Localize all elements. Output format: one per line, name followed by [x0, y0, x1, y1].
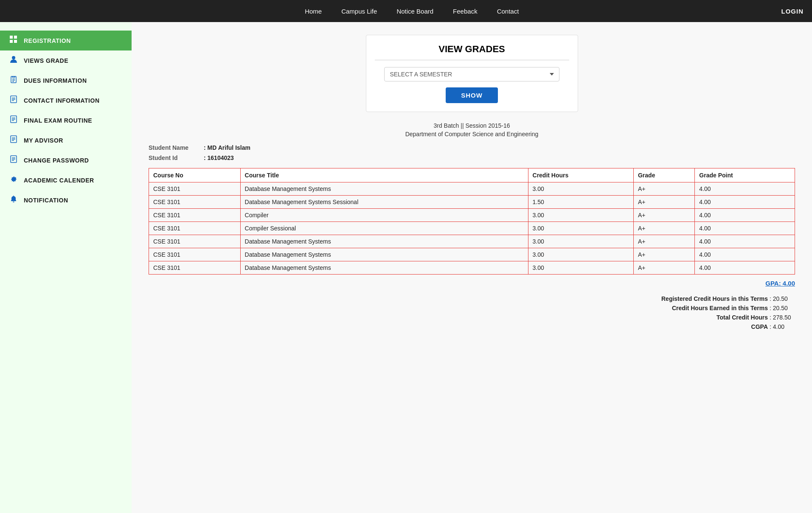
sidebar-label-final-exam-routine: FINAL EXAM ROUTINE	[24, 117, 92, 124]
sidebar-item-contact-information[interactable]: CONTACT INFORMATION	[0, 90, 132, 110]
student-name-row: Student Name : MD Ariful Islam	[149, 144, 795, 151]
person-icon	[8, 56, 19, 65]
cell-grade-point: 4.00	[695, 235, 795, 248]
batch-session: 3rd Batch || Session 2015-16	[149, 122, 795, 129]
cell-credit-hours: 3.00	[528, 248, 633, 261]
cell-grade: A+	[633, 182, 694, 196]
grid-icon	[8, 36, 19, 45]
registered-credits-row: Registered Credit Hours in this Terms : …	[149, 295, 795, 302]
cell-course-no: CSE 3101	[149, 196, 241, 209]
total-credits-row: Total Credit Hours : 278.50	[149, 314, 795, 321]
cgpa-label: CGPA	[751, 323, 768, 330]
sidebar-label-academic-calender: ACADEMIC CALENDER	[24, 177, 94, 184]
nav-feedback[interactable]: Feeback	[445, 2, 485, 21]
total-credits-label: Total Credit Hours	[716, 314, 768, 321]
doc-icon-advisor	[8, 135, 19, 145]
cell-course-no: CSE 3101	[149, 261, 241, 275]
table-row: CSE 3101 Database Management Systems 3.0…	[149, 182, 795, 196]
sidebar-item-views-grade[interactable]: VIEWS GRADE	[0, 50, 132, 70]
cell-grade-point: 4.00	[695, 182, 795, 196]
th-course-title: Course Title	[240, 168, 528, 182]
cgpa-row: CGPA : 4.00	[149, 323, 795, 330]
sidebar-item-final-exam-routine[interactable]: FINAL EXAM ROUTINE	[0, 110, 132, 130]
cell-course-title: Database Management Systems Sessional	[240, 196, 528, 209]
cell-grade: A+	[633, 235, 694, 248]
semester-select[interactable]: SELECT A SEMESTER	[384, 67, 559, 81]
student-id-value: : 16104023	[204, 154, 234, 161]
registered-credits-label: Registered Credit Hours in this Terms	[661, 295, 768, 302]
main-content: VIEW GRADES SELECT A SEMESTER SHOW 3rd B…	[132, 22, 812, 513]
cell-credit-hours: 1.50	[528, 196, 633, 209]
cell-credit-hours: 3.00	[528, 209, 633, 222]
table-row: CSE 3101 Compiler Sessional 3.00 A+ 4.00	[149, 222, 795, 235]
table-row: CSE 3101 Database Management Systems 3.0…	[149, 248, 795, 261]
gear-icon	[8, 175, 19, 185]
sidebar: REGISTRATION VIEWS GRADE DUES INFORMATIO…	[0, 22, 132, 513]
nav-home[interactable]: Home	[297, 2, 329, 21]
cell-grade-point: 4.00	[695, 196, 795, 209]
cell-credit-hours: 3.00	[528, 261, 633, 275]
earned-credits-label: Credit Hours Earned in this Terms	[672, 305, 768, 311]
sidebar-item-notification[interactable]: NOTIFICATION	[0, 190, 132, 210]
nav-contact[interactable]: Contact	[489, 2, 527, 21]
th-credit-hours: Credit Hours	[528, 168, 633, 182]
cell-course-no: CSE 3101	[149, 235, 241, 248]
cell-grade: A+	[633, 196, 694, 209]
nav-campus-life[interactable]: Campus Life	[334, 2, 385, 21]
svg-rect-0	[10, 36, 13, 39]
doc-icon-password	[8, 155, 19, 165]
doc-icon-exam	[8, 115, 19, 125]
student-name-label: Student Name	[149, 144, 204, 151]
earned-credits-value: : 20.50	[770, 305, 795, 311]
student-name-value: : MD Ariful Islam	[204, 144, 250, 151]
earned-credits-row: Credit Hours Earned in this Terms : 20.5…	[149, 305, 795, 311]
grades-table-wrap: Course No Course Title Credit Hours Grad…	[149, 168, 795, 275]
card-title: VIEW GRADES	[375, 44, 569, 60]
cell-grade-point: 4.00	[695, 209, 795, 222]
sidebar-label-change-password: CHANGE PASSWORD	[24, 157, 89, 164]
sidebar-item-registration[interactable]: REGISTRATION	[0, 31, 132, 50]
table-row: CSE 3101 Database Management Systems 3.0…	[149, 235, 795, 248]
cell-credit-hours: 3.00	[528, 235, 633, 248]
table-row: CSE 3101 Database Management Systems 3.0…	[149, 261, 795, 275]
sidebar-item-change-password[interactable]: CHANGE PASSWORD	[0, 150, 132, 170]
cell-course-title: Database Management Systems	[240, 235, 528, 248]
total-credits-value: : 278.50	[770, 314, 795, 321]
cell-course-title: Compiler	[240, 209, 528, 222]
cell-grade: A+	[633, 261, 694, 275]
nav-notice-board[interactable]: Notice Board	[389, 2, 441, 21]
nav-links: Home Campus Life Notice Board Feeback Co…	[297, 2, 526, 21]
cell-course-no: CSE 3101	[149, 222, 241, 235]
department: Department of Computer Science and Engin…	[149, 131, 795, 137]
cell-course-no: CSE 3101	[149, 209, 241, 222]
grades-table: Course No Course Title Credit Hours Grad…	[149, 168, 795, 275]
sidebar-item-dues-information[interactable]: DUES INFORMATION	[0, 70, 132, 90]
sidebar-label-registration: REGISTRATION	[24, 37, 71, 44]
cell-grade: A+	[633, 248, 694, 261]
student-details: Student Name : MD Ariful Islam Student I…	[149, 144, 795, 161]
table-header-row: Course No Course Title Credit Hours Grad…	[149, 168, 795, 182]
show-button[interactable]: SHOW	[446, 87, 498, 103]
registered-credits-value: : 20.50	[770, 295, 795, 302]
student-info: 3rd Batch || Session 2015-16 Department …	[149, 122, 795, 137]
sidebar-item-my-advisor[interactable]: MY ADVISOR	[0, 130, 132, 150]
login-button[interactable]: LOGIN	[781, 8, 804, 15]
sidebar-item-academic-calender[interactable]: ACADEMIC CALENDER	[0, 170, 132, 190]
clipboard-icon	[8, 76, 19, 85]
cell-credit-hours: 3.00	[528, 222, 633, 235]
bell-icon	[8, 195, 19, 205]
table-row: CSE 3101 Compiler 3.00 A+ 4.00	[149, 209, 795, 222]
sidebar-label-my-advisor: MY ADVISOR	[24, 137, 63, 144]
svg-point-4	[12, 56, 15, 59]
top-navigation: Home Campus Life Notice Board Feeback Co…	[0, 0, 812, 22]
svg-rect-3	[14, 40, 17, 43]
doc-icon-contact	[8, 95, 19, 105]
cell-course-title: Database Management Systems	[240, 248, 528, 261]
cell-course-title: Database Management Systems	[240, 261, 528, 275]
student-id-row: Student Id : 16104023	[149, 154, 795, 161]
sidebar-label-notification: NOTIFICATION	[24, 197, 68, 204]
svg-rect-1	[14, 36, 17, 39]
cell-course-title: Compiler Sessional	[240, 222, 528, 235]
cell-credit-hours: 3.00	[528, 182, 633, 196]
cgpa-value: : 4.00	[770, 323, 795, 330]
